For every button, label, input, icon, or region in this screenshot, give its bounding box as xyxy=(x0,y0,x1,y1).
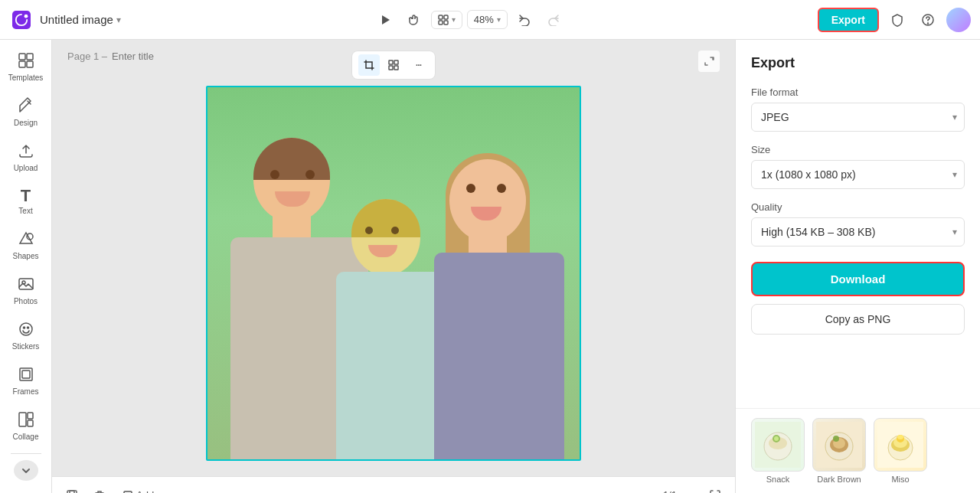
svg-point-41 xyxy=(833,436,839,442)
document-name[interactable]: Untitled image ▾ xyxy=(40,13,121,26)
svg-rect-9 xyxy=(27,54,33,60)
thumb-dark-brown[interactable]: Dark Brown xyxy=(812,418,866,484)
next-page-button[interactable]: › xyxy=(680,486,698,494)
svg-point-18 xyxy=(27,327,28,328)
sidebar-item-stickers[interactable]: Stickers xyxy=(3,315,49,357)
svg-rect-5 xyxy=(444,21,448,24)
svg-rect-8 xyxy=(19,54,25,60)
view-options-button[interactable]: ▾ xyxy=(431,11,462,29)
collage-icon xyxy=(18,411,34,430)
sidebar-item-label: Shapes xyxy=(13,252,39,260)
sidebar-item-photos[interactable]: Photos xyxy=(3,269,49,312)
quality-select[interactable]: High (154 KB – 308 KB) Medium Low xyxy=(751,217,965,246)
chevron-down-icon: ▾ xyxy=(116,15,121,25)
stickers-icon xyxy=(18,321,34,340)
undo-button[interactable] xyxy=(512,8,537,32)
sidebar-item-frames[interactable]: Frames xyxy=(3,360,49,402)
add-page-button[interactable]: Add page xyxy=(116,486,185,493)
thumb-miso-label: Miso xyxy=(891,475,909,484)
export-button[interactable]: Export xyxy=(818,8,879,32)
svg-point-47 xyxy=(897,435,903,439)
fullscreen-button[interactable] xyxy=(704,485,726,494)
svg-rect-23 xyxy=(28,420,33,426)
transform-tool-button[interactable] xyxy=(383,54,404,76)
prev-page-button[interactable]: ‹ xyxy=(642,486,660,494)
copy-png-button[interactable]: Copy as PNG xyxy=(751,304,965,335)
chevron-down-icon: ▾ xyxy=(452,15,456,24)
file-format-select[interactable]: JPEG PNG PDF SVG xyxy=(751,103,965,132)
page-title-input[interactable] xyxy=(112,51,173,62)
svg-point-7 xyxy=(928,23,929,24)
topbar-center: ▾ 48% ▾ xyxy=(127,8,812,32)
help-button[interactable] xyxy=(916,8,940,32)
canvas-frame[interactable] xyxy=(206,86,581,461)
user-avatar[interactable] xyxy=(946,8,971,32)
sidebar-item-design[interactable]: Design xyxy=(3,91,49,133)
sidebar-collapse-button[interactable] xyxy=(14,460,38,481)
topbar-left: Untitled image ▾ xyxy=(9,8,121,32)
thumb-snack-label: Snack xyxy=(766,475,790,484)
file-format-label: File format xyxy=(751,87,965,98)
sidebar-item-templates[interactable]: Templates xyxy=(3,46,49,88)
thumb-dark-brown-label: Dark Brown xyxy=(817,475,861,484)
sidebar-item-label: Frames xyxy=(13,387,39,396)
delete-button[interactable] xyxy=(89,485,110,494)
templates-icon xyxy=(18,52,34,71)
svg-rect-25 xyxy=(394,60,398,64)
topbar-right: Export xyxy=(818,8,971,32)
more-options-button[interactable]: ··· xyxy=(407,54,429,76)
thumb-miso-image xyxy=(874,418,927,472)
text-icon: T xyxy=(21,188,31,204)
svg-rect-26 xyxy=(389,66,393,70)
sidebar: Templates Design Upload T Text xyxy=(0,40,52,493)
download-button[interactable]: Download xyxy=(751,262,965,296)
crop-tool-button[interactable] xyxy=(358,54,380,76)
svg-rect-21 xyxy=(19,413,26,426)
svg-rect-14 xyxy=(19,279,33,289)
thumb-miso[interactable]: Miso xyxy=(874,418,927,484)
svg-marker-12 xyxy=(20,233,32,243)
pagination: ‹ 1/1 › xyxy=(642,486,698,494)
canvas-area: Page 1 – ··· xyxy=(52,40,735,493)
export-panel-title: Export xyxy=(751,55,965,71)
zoom-control[interactable]: 48% ▾ xyxy=(467,10,508,29)
svg-rect-11 xyxy=(27,61,33,67)
sidebar-item-shapes[interactable]: Shapes xyxy=(3,224,49,266)
file-format-select-wrapper: JPEG PNG PDF SVG ▾ xyxy=(751,103,965,132)
hand-tool-button[interactable] xyxy=(402,8,426,32)
photos-icon xyxy=(18,276,34,295)
svg-point-1 xyxy=(24,14,28,18)
svg-point-17 xyxy=(23,327,24,328)
redo-button[interactable] xyxy=(541,8,566,32)
canvas-expand-button[interactable] xyxy=(698,51,720,72)
shapes-icon xyxy=(18,230,34,250)
sidebar-divider xyxy=(11,453,41,454)
upload-icon xyxy=(18,142,34,162)
svg-rect-4 xyxy=(439,21,443,24)
thumb-snack[interactable]: Snack xyxy=(751,418,805,484)
page-label: Page 1 – xyxy=(67,51,173,62)
svg-rect-24 xyxy=(389,60,393,64)
action-buttons: Download Copy as PNG xyxy=(751,262,965,335)
sidebar-item-label: Text xyxy=(18,207,32,215)
logo-button[interactable] xyxy=(9,8,34,32)
sidebar-item-text[interactable]: T Text xyxy=(3,181,49,221)
design-icon xyxy=(18,97,34,116)
canvas-wrapper xyxy=(52,40,735,476)
quality-select-wrapper: High (154 KB – 308 KB) Medium Low ▾ xyxy=(751,217,965,246)
quality-label: Quality xyxy=(751,201,965,213)
file-format-group: File format JPEG PNG PDF SVG ▾ xyxy=(751,87,965,132)
size-select[interactable]: 1x (1080 x 1080 px) 2x (2160 x 2160 px) … xyxy=(751,160,965,189)
svg-point-36 xyxy=(774,436,779,441)
sidebar-item-upload[interactable]: Upload xyxy=(3,136,49,178)
play-button[interactable] xyxy=(373,8,397,32)
shield-button[interactable] xyxy=(885,8,910,32)
quality-group: Quality High (154 KB – 308 KB) Medium Lo… xyxy=(751,201,965,246)
sidebar-item-label: Stickers xyxy=(12,342,40,351)
svg-rect-3 xyxy=(444,15,448,19)
thumb-snack-image xyxy=(751,418,805,472)
save-button[interactable] xyxy=(61,485,83,494)
svg-rect-22 xyxy=(28,413,33,419)
svg-rect-2 xyxy=(439,15,443,19)
sidebar-item-collage[interactable]: Collage xyxy=(3,405,49,447)
